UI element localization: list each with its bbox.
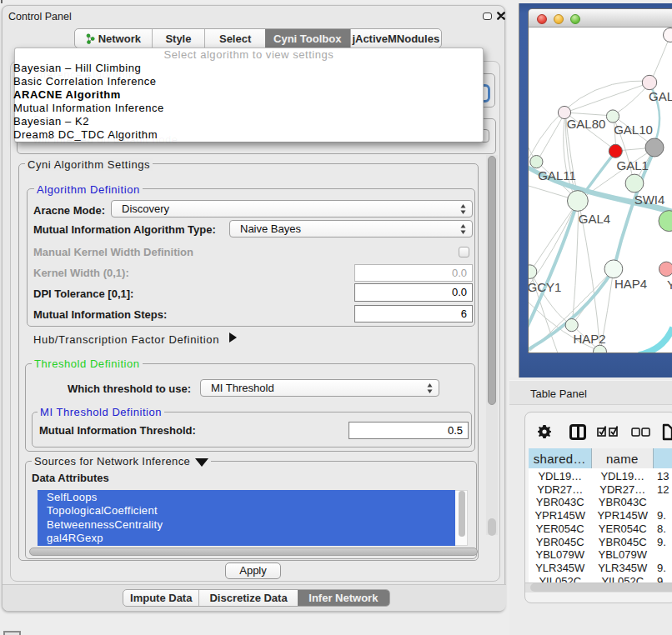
- svg-text:GAL2: GAL2: [649, 89, 672, 103]
- svg-text:GAL10: GAL10: [614, 122, 653, 137]
- svg-text:Y: Y: [667, 278, 672, 292]
- svg-text:HAP4: HAP4: [614, 277, 647, 291]
- svg-text:SWI4: SWI4: [634, 192, 665, 207]
- svg-text:GAL4: GAL4: [579, 212, 610, 226]
- svg-text:HAP2: HAP2: [573, 332, 605, 346]
- svg-text:GAL11: GAL11: [538, 168, 576, 182]
- svg-text:GCY1: GCY1: [529, 280, 561, 294]
- svg-text:GAL80: GAL80: [567, 117, 606, 131]
- svg-text:GAL1: GAL1: [617, 158, 649, 172]
